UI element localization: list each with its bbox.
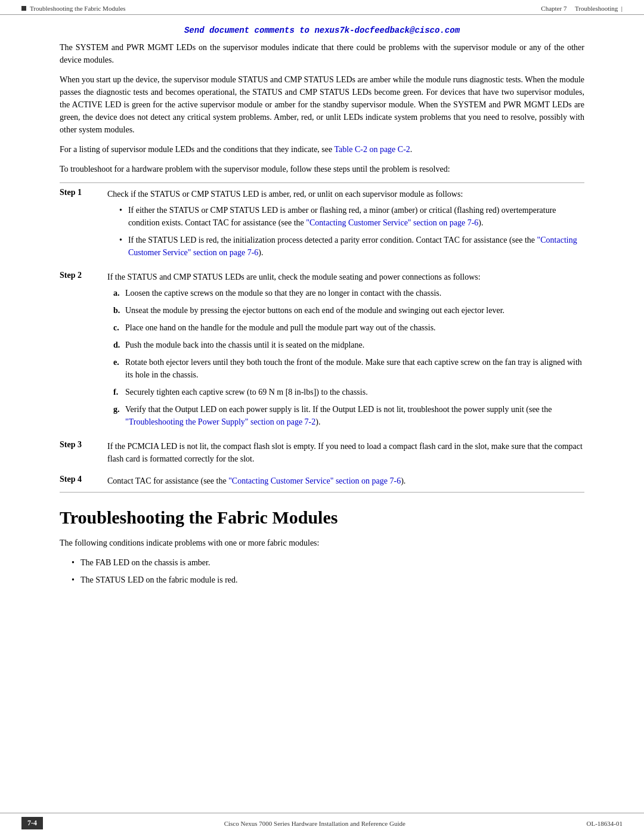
step-2-alpha-d: d. Push the module back into the chassis… bbox=[113, 339, 584, 351]
step-2-alpha-list: a. Loosen the captive screws on the modu… bbox=[113, 287, 584, 428]
page-header: Troubleshooting the Fabric Modules Chapt… bbox=[0, 0, 644, 15]
step-1-text: Check if the STATUS or CMP STATUS LED is… bbox=[107, 188, 584, 200]
step-1-bullets: If either the STATUS or CMP STATUS LED i… bbox=[119, 204, 584, 259]
step-2-label: Step 2 bbox=[60, 271, 107, 280]
step-2-text: If the STATUS and CMP STATUS LEDs are un… bbox=[107, 271, 584, 283]
table-c2-link[interactable]: Table C-2 on page C-2 bbox=[335, 145, 410, 154]
step-1-bullet-2: If the STATUS LED is red, the initializa… bbox=[119, 234, 584, 259]
fabric-bullet-2: The STATUS LED on the fabric module is r… bbox=[72, 574, 584, 586]
page-footer: 7-4 Cisco Nexus 7000 Series Hardware Ins… bbox=[0, 813, 644, 833]
step-2-alpha-b: b. Unseat the module by pressing the eje… bbox=[113, 304, 584, 317]
power-supply-link[interactable]: "Troubleshooting the Power Supply" secti… bbox=[125, 417, 315, 426]
contacting-cs-link-3[interactable]: "Contacting Customer Service" section on… bbox=[228, 476, 401, 485]
step-3-label: Step 3 bbox=[60, 440, 107, 450]
step-2-alpha-c: c. Place one hand on the handle for the … bbox=[113, 321, 584, 334]
step-2-alpha-g: g. Verify that the Output LED on each po… bbox=[113, 403, 584, 428]
step-2-content: If the STATUS and CMP STATUS LEDs are un… bbox=[107, 271, 584, 433]
step-4-label: Step 4 bbox=[60, 475, 107, 484]
email-link[interactable]: Send document comments to nexus7k-docfee… bbox=[184, 26, 460, 35]
email-section: Send document comments to nexus7k-docfee… bbox=[60, 15, 584, 41]
header-square-icon bbox=[21, 6, 26, 11]
step-2-alpha-a-text: Loosen the captive screws on the module … bbox=[125, 287, 441, 299]
intro-para-4: To troubleshoot for a hardware problem w… bbox=[60, 163, 584, 175]
header-breadcrumb: Troubleshooting the Fabric Modules bbox=[30, 5, 126, 12]
header-chapter: Chapter 7 Troubleshooting | bbox=[541, 5, 623, 12]
step-2-alpha-a: a. Loosen the captive screws on the modu… bbox=[113, 287, 584, 299]
step-2-alpha-b-text: Unseat the module by pressing the ejecto… bbox=[125, 304, 504, 317]
step-1-bullet-1: If either the STATUS or CMP STATUS LED i… bbox=[119, 204, 584, 229]
footer-doc-num: OL-18634-01 bbox=[587, 820, 623, 827]
step-3-content: If the PCMCIA LED is not lit, the compac… bbox=[107, 440, 584, 467]
fabric-bullets: The FAB LED on the chassis is amber. The… bbox=[72, 556, 584, 586]
contacting-cs-link-2[interactable]: "Contacting Customer Service" section on… bbox=[128, 236, 577, 257]
step-1-label: Step 1 bbox=[60, 188, 107, 197]
step-4-row: Step 4 Contact TAC for assistance (see t… bbox=[60, 470, 584, 492]
step-1-row: Step 1 Check if the STATUS or CMP STATUS… bbox=[60, 183, 584, 266]
fabric-section-heading: Troubleshooting the Fabric Modules bbox=[60, 507, 584, 528]
intro-para-2: When you start up the device, the superv… bbox=[60, 73, 584, 136]
step-2-alpha-e: e. Rotate both ejector levers until they… bbox=[113, 356, 584, 381]
intro-para-3: For a listing of supervisor module LEDs … bbox=[60, 143, 584, 156]
step-4-content: Contact TAC for assistance (see the "Con… bbox=[107, 475, 584, 490]
intro-para-1: The SYSTEM and PWR MGMT LEDs on the supe… bbox=[60, 41, 584, 66]
step-1-content: Check if the STATUS or CMP STATUS LED is… bbox=[107, 188, 584, 264]
step-2-alpha-c-text: Place one hand on the handle for the mod… bbox=[125, 321, 436, 334]
step-2-alpha-e-text: Rotate both ejector levers until they bo… bbox=[125, 356, 584, 381]
fabric-intro: The following conditions indicate proble… bbox=[60, 537, 584, 549]
fabric-bullet-1: The FAB LED on the chassis is amber. bbox=[72, 556, 584, 569]
steps-container: Step 1 Check if the STATUS or CMP STATUS… bbox=[60, 182, 584, 493]
step-2-row: Step 2 If the STATUS and CMP STATUS LEDs… bbox=[60, 266, 584, 435]
step-2-alpha-f: f. Securely tighten each captive screw (… bbox=[113, 386, 584, 398]
step-3-row: Step 3 If the PCMCIA LED is not lit, the… bbox=[60, 435, 584, 470]
step-2-alpha-f-text: Securely tighten each captive screw (to … bbox=[125, 386, 368, 398]
page-content: Send document comments to nexus7k-docfee… bbox=[0, 15, 644, 586]
contacting-cs-link-1[interactable]: "Contacting Customer Service" section on… bbox=[306, 218, 478, 227]
step-3-text: If the PCMCIA LED is not lit, the compac… bbox=[107, 440, 584, 465]
header-left: Troubleshooting the Fabric Modules bbox=[21, 5, 126, 12]
footer-title: Cisco Nexus 7000 Series Hardware Install… bbox=[224, 820, 405, 827]
footer-page-num: 7-4 bbox=[21, 817, 43, 829]
step-2-alpha-d-text: Push the module back into the chassis un… bbox=[125, 339, 364, 351]
